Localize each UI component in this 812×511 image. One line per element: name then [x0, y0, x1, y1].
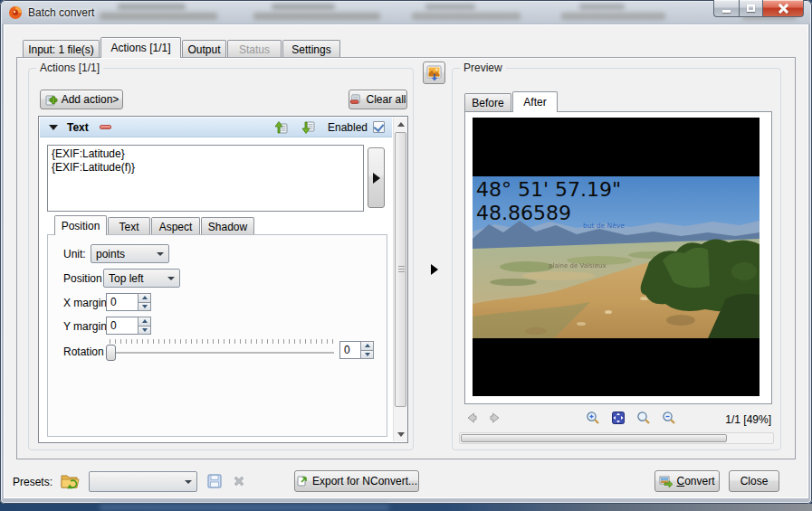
spin-up-icon[interactable]: [138, 317, 151, 326]
tab-settings[interactable]: Settings: [282, 40, 340, 58]
action-card-header[interactable]: Text: [40, 118, 392, 137]
preview-zoom-tools: [585, 410, 677, 426]
preview-frame: 48° 51' 57.19" 48.86589 but de Nève plai…: [464, 111, 772, 404]
titlebar-glass-artifact: [579, 4, 625, 10]
titlebar[interactable]: Batch convert: [0, 0, 812, 24]
zoom-100-button[interactable]: [635, 410, 652, 426]
move-down-icon[interactable]: [301, 120, 315, 135]
export-icon: [296, 475, 309, 487]
preview-nav: [463, 410, 503, 426]
tab-input[interactable]: Input: 1 file(s): [23, 40, 100, 58]
delete-preset-icon: [232, 474, 246, 488]
x-margin-input[interactable]: [106, 293, 138, 311]
unit-value: points: [91, 248, 157, 260]
add-action-icon: [44, 93, 58, 107]
text-value-input[interactable]: {EXIF:Latitude} {EXIF:Latitude(f)}: [47, 145, 364, 212]
clear-all-icon: [349, 93, 362, 106]
actions-group: Actions [1/1] Add action>: [28, 68, 414, 450]
maximize-icon: [747, 5, 755, 12]
position-tab-pane: Unit: points Position Top left: [47, 234, 387, 437]
tab-output[interactable]: Output: [182, 40, 226, 58]
x-margin-spinner[interactable]: [106, 293, 151, 311]
preview-image[interactable]: 48° 51' 57.19" 48.86589 but de Nève plai…: [473, 118, 759, 396]
tab-after-label: After: [523, 96, 546, 109]
open-preset-button[interactable]: [60, 472, 80, 490]
prev-icon: [464, 411, 479, 425]
y-margin-input[interactable]: [106, 317, 138, 335]
preview-horizontal-scrollbar[interactable]: [459, 432, 774, 444]
insert-variable-button[interactable]: [368, 147, 385, 208]
rotation-input[interactable]: [339, 341, 360, 359]
close-window-button[interactable]: [763, 0, 804, 17]
spin-down-icon[interactable]: [138, 326, 151, 336]
show-preview-button[interactable]: [423, 62, 445, 84]
preset-combobox[interactable]: [89, 471, 197, 492]
unit-combobox[interactable]: points: [91, 244, 169, 263]
next-image-button[interactable]: [487, 410, 503, 426]
close-icon: [779, 4, 788, 14]
subtab-shadow[interactable]: Shadow: [201, 217, 254, 235]
chevron-down-icon: [157, 252, 164, 256]
save-preset-icon: [206, 473, 223, 489]
save-preset-button[interactable]: [206, 473, 223, 489]
position-combobox[interactable]: Top left: [103, 269, 180, 288]
close-button[interactable]: Close: [729, 470, 779, 492]
actions-tab-page: Actions [1/1] Add action>: [16, 57, 796, 459]
window-controls: [713, 0, 804, 18]
export-nconvert-button[interactable]: Export for NConvert...: [294, 470, 419, 492]
spin-down-icon[interactable]: [138, 302, 151, 312]
tab-before-label: Before: [472, 97, 503, 109]
minimize-icon: [722, 10, 731, 13]
tab-input-label: Input: 1 file(s): [28, 43, 94, 56]
clear-all-button[interactable]: Clear all: [349, 90, 407, 109]
splitter-icon: [431, 264, 438, 275]
subtab-text[interactable]: Text: [108, 217, 150, 235]
tab-output-label: Output: [187, 43, 220, 56]
zoom-out-button[interactable]: [661, 410, 677, 426]
rotation-spinner[interactable]: [339, 341, 374, 359]
spin-up-icon[interactable]: [138, 293, 151, 302]
subtab-aspect[interactable]: Aspect: [151, 217, 200, 235]
spin-up-icon[interactable]: [360, 341, 374, 350]
exif-overlay-line2: 48.86589: [476, 202, 571, 224]
y-margin-label: Y margin: [63, 320, 107, 333]
rotation-slider-track[interactable]: [108, 352, 334, 354]
rotation-slider-thumb[interactable]: [106, 345, 116, 361]
zoom-in-button[interactable]: [585, 410, 601, 426]
enabled-checkbox[interactable]: [373, 121, 385, 133]
delete-preset-button[interactable]: [232, 474, 246, 488]
spin-down-icon[interactable]: [360, 350, 374, 360]
minimize-button[interactable]: [713, 0, 739, 17]
y-margin-spinner[interactable]: [106, 317, 151, 335]
add-action-button[interactable]: Add action>: [40, 90, 123, 109]
position-label: Position: [63, 272, 102, 285]
collapse-icon[interactable]: [49, 125, 58, 130]
splitter-handle[interactable]: [431, 264, 438, 275]
scroll-down-icon[interactable]: [394, 428, 407, 441]
tab-before[interactable]: Before: [464, 93, 511, 111]
titlebar-glass-artifact: [272, 4, 335, 10]
titlebar-glass-artifact: [412, 13, 521, 20]
zoom-fit-button[interactable]: [610, 410, 626, 426]
prev-image-button[interactable]: [463, 410, 480, 426]
x-margin-label: X margin: [63, 297, 107, 309]
scroll-up-icon[interactable]: [394, 118, 407, 131]
actions-scrollbar-thumb[interactable]: [395, 132, 406, 407]
enabled-label: Enabled: [328, 121, 368, 134]
tab-after[interactable]: After: [512, 91, 558, 112]
tab-actions[interactable]: Actions [1/1]: [100, 37, 181, 58]
zoom-out-icon: [662, 411, 676, 425]
actions-vertical-scrollbar[interactable]: [393, 118, 407, 441]
chevron-down-icon: [185, 480, 192, 484]
move-up-icon[interactable]: [273, 120, 288, 135]
convert-button[interactable]: Convert: [654, 470, 720, 492]
titlebar-glass-artifact: [253, 13, 380, 20]
preview-scrollbar-thumb[interactable]: [461, 434, 727, 442]
action-title: Text: [67, 121, 89, 134]
titlebar-glass-artifact: [425, 4, 475, 10]
maximize-button[interactable]: [739, 0, 763, 17]
screen: Batch convert Input: 1 file(s) Actions […: [0, 0, 812, 511]
exif-overlay-line1: 48° 51' 57.19": [476, 178, 621, 201]
remove-action-icon[interactable]: [100, 125, 111, 129]
subtab-position[interactable]: Position: [54, 215, 107, 235]
